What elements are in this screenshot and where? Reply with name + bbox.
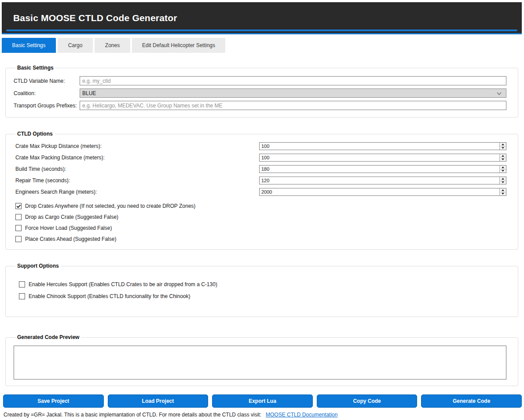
spinner (499, 188, 506, 195)
build-time-input[interactable] (260, 166, 499, 173)
build-time-stepper (259, 165, 506, 173)
build-time-label: Build Time (seconds): (15, 166, 259, 172)
checkbox-row-enable-chinook-support[interactable]: Enable Chinook Support (Enables CTLD fun… (19, 293, 506, 299)
checkbox-row-drop-crates-anywhere[interactable]: Drop Crates Anywhere (If not selected, y… (15, 203, 506, 209)
triangle-down-icon (502, 158, 504, 160)
drop-crates-anywhere-label: Drop Crates Anywhere (If not selected, y… (25, 203, 195, 209)
coalition-selected-value: BLUE (82, 90, 96, 96)
ctld-options-checkboxes: Drop Crates Anywhere (If not selected, y… (14, 203, 506, 242)
spinner-up-button[interactable] (500, 154, 506, 158)
spinner-down-button[interactable] (500, 192, 506, 196)
drop-as-cargo-crate-label: Drop as Cargo Crate (Suggested False) (25, 214, 118, 220)
engineers-search-range-input[interactable] (260, 188, 499, 195)
spinner (499, 143, 506, 150)
triangle-down-icon (502, 181, 504, 183)
app-title: Basic MOOSE CTLD Code Generator (2, 2, 522, 23)
export-lua-button[interactable]: Export Lua (212, 394, 313, 408)
triangle-up-icon (502, 155, 504, 157)
checkbox-row-drop-as-cargo-crate[interactable]: Drop as Cargo Crate (Suggested False) (15, 214, 506, 220)
force-hover-load-checkbox[interactable] (15, 225, 22, 231)
chevron-down-icon (497, 90, 502, 95)
generated-code-preview-group: Generated Code Preview (5, 334, 518, 386)
spinner (499, 177, 506, 184)
triangle-up-icon (502, 189, 504, 191)
tab-cargo[interactable]: Cargo (58, 38, 93, 53)
generated-code-preview-legend: Generated Code Preview (15, 334, 81, 340)
save-project-button[interactable]: Save Project (3, 394, 104, 408)
ctld-variable-name-label: CTLD Variable Name: (14, 78, 80, 84)
enable-hercules-support-checkbox[interactable] (19, 281, 25, 287)
triangle-down-icon (502, 193, 504, 195)
tab-basic-settings[interactable]: Basic Settings (2, 38, 56, 53)
form-row-coalition: Coalition: BLUE (14, 88, 506, 98)
num-row-crate-max-pickup: Crate Max Pickup Distance (meters): (14, 142, 506, 150)
form-row-transport-prefixes: Transport Groups Prefixes: (14, 101, 506, 110)
drop-crates-anywhere-checkbox[interactable] (15, 203, 22, 209)
moose-ctld-documentation-link[interactable]: MOOSE CTLD Documentation (266, 412, 337, 418)
action-button-row: Save Project Load Project Export Lua Cop… (3, 394, 522, 408)
checkbox-row-place-crates-ahead[interactable]: Place Crates Ahead (Suggested False) (15, 236, 506, 242)
copy-code-button[interactable]: Copy Code (317, 394, 418, 408)
triangle-down-icon (502, 170, 504, 172)
crate-max-packing-input[interactable] (260, 154, 499, 161)
spinner (499, 166, 506, 173)
generate-code-button[interactable]: Generate Code (421, 394, 522, 408)
spinner-up-button[interactable] (500, 177, 506, 181)
spinner (499, 154, 506, 161)
support-options-checkboxes: Enable Hercules Support (Enables CTLD Cr… (14, 281, 506, 299)
basic-settings-group: Basic Settings CTLD Variable Name: Coali… (5, 65, 518, 118)
ctld-options-legend: CTLD Options (15, 131, 55, 137)
spinner-down-button[interactable] (500, 181, 506, 184)
basic-settings-legend: Basic Settings (15, 65, 55, 71)
repair-time-label: Repair Time (seconds): (15, 177, 259, 184)
enable-chinook-support-checkbox[interactable] (19, 293, 25, 299)
num-row-build-time: Build Time (seconds): (14, 165, 506, 173)
enable-hercules-support-label: Enable Hercules Support (Enables CTLD Cr… (29, 281, 217, 287)
coalition-select[interactable]: BLUE (80, 88, 506, 98)
checkbox-row-force-hover-load[interactable]: Force Hover Load (Suggested False) (15, 225, 506, 231)
footer: Created by =GR= Jackal. This is a basic … (4, 412, 524, 418)
spinner-up-button[interactable] (500, 188, 506, 192)
crate-max-pickup-input[interactable] (260, 143, 499, 150)
triangle-down-icon (502, 147, 504, 149)
support-options-legend: Support Options (15, 263, 61, 269)
app-header: Basic MOOSE CTLD Code Generator (2, 2, 522, 34)
num-row-repair-time: Repair Time (seconds): (14, 177, 506, 184)
crate-max-packing-label: Crate Max Packing Distance (meters): (15, 155, 259, 161)
spinner-up-button[interactable] (500, 143, 506, 147)
generated-code-preview-textarea[interactable] (14, 346, 506, 379)
load-project-button[interactable]: Load Project (108, 394, 209, 408)
checkbox-row-enable-hercules-support[interactable]: Enable Hercules Support (Enables CTLD Cr… (19, 281, 506, 287)
transport-prefixes-input[interactable] (80, 101, 506, 110)
crate-max-pickup-stepper (259, 142, 506, 150)
support-options-group: Support Options Enable Hercules Support … (5, 263, 518, 317)
ctld-options-group: CTLD Options Crate Max Pickup Distance (… (5, 131, 518, 250)
num-row-engineers-search-range: Engineers Search Range (meters): (14, 188, 506, 196)
header-underline (6, 29, 517, 31)
form-row-ctld-variable-name: CTLD Variable Name: (14, 76, 506, 85)
transport-prefixes-label: Transport Groups Prefixes: (14, 103, 80, 109)
footer-credit-text: Created by =GR= Jackal. This is a basic … (4, 412, 261, 418)
spinner-down-button[interactable] (500, 158, 506, 162)
engineers-search-range-label: Engineers Search Range (meters): (15, 189, 259, 195)
spinner-down-button[interactable] (500, 169, 506, 173)
place-crates-ahead-label: Place Crates Ahead (Suggested False) (25, 236, 116, 242)
repair-time-input[interactable] (260, 177, 499, 184)
crate-max-pickup-label: Crate Max Pickup Distance (meters): (15, 143, 259, 149)
triangle-up-icon (502, 166, 504, 168)
place-crates-ahead-checkbox[interactable] (15, 236, 22, 242)
force-hover-load-label: Force Hover Load (Suggested False) (25, 225, 112, 231)
drop-as-cargo-crate-checkbox[interactable] (15, 214, 22, 220)
tab-bar: Basic Settings Cargo Zones Edit Default … (2, 38, 524, 53)
spinner-down-button[interactable] (500, 147, 506, 150)
coalition-label: Coalition: (14, 90, 80, 96)
tab-zones[interactable]: Zones (95, 38, 130, 53)
crate-max-packing-stepper (259, 154, 506, 162)
enable-chinook-support-label: Enable Chinook Support (Enables CTLD fun… (29, 293, 191, 299)
triangle-up-icon (502, 144, 504, 145)
spinner-up-button[interactable] (500, 166, 506, 169)
engineers-search-range-stepper (259, 188, 506, 196)
num-row-crate-max-packing: Crate Max Packing Distance (meters): (14, 154, 506, 162)
tab-edit-default-helicopter-settings[interactable]: Edit Default Helicopter Settings (132, 38, 225, 53)
ctld-variable-name-input[interactable] (80, 76, 506, 85)
